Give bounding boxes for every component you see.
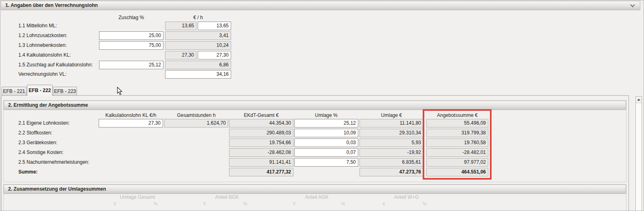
row-label: 2.2 Stoffkosten:: [18, 129, 52, 137]
angebotssumme-field: 319.799,38: [426, 129, 488, 137]
sub-label-eur: €: [290, 201, 298, 206]
sub-label-pct: %: [241, 201, 249, 206]
section3-title: 2. Zusammensetzung der Umlagesummen: [8, 186, 106, 192]
section1-title: 1. Angaben über den Verrechnungslohn: [5, 2, 98, 8]
col-header-ekdt: EKdT-Gesamt €: [229, 112, 293, 118]
angebotssumme-field: 19.760,58: [426, 138, 488, 147]
group-label-umlage-gesamt: Umlage Gesamt: [113, 195, 162, 200]
ekdt-field: -28.462,08: [229, 148, 293, 157]
mouse-cursor: [117, 87, 123, 95]
ekdt-field: 19.754,66: [229, 138, 293, 147]
col-header-kl: Kalkulationslohn KL €/h: [99, 112, 163, 118]
tab-efb-223[interactable]: EFB - 223: [53, 87, 77, 95]
zuschlag-kalkulationslohn-input[interactable]: 25,12: [99, 61, 163, 69]
row-label: 1.1 Mittellohn ML:: [18, 22, 57, 30]
tab-efb-222[interactable]: EFB - 222: [27, 85, 53, 96]
group-label-anteil-bgk: Anteil BGK: [203, 195, 251, 200]
row-label: 1.3 Lohnnebenkosten:: [18, 41, 67, 50]
row-label: 1.4 Kalkulationslohn KL:: [18, 51, 71, 59]
col-header-umlage-pct: Umlage %: [294, 112, 358, 118]
col-header-zuschlag: Zuschlag %: [99, 15, 163, 20]
umlage-eur-field: 5,93: [359, 138, 423, 147]
section1-header[interactable]: 1. Angaben über den Verrechnungslohn: [1, 1, 640, 10]
group-label-anteil-wg: Anteil W+G: [382, 195, 431, 200]
sub-label-pct: %: [339, 201, 347, 206]
umlage-eur-sum-field: 47.273,76: [359, 168, 423, 176]
tab-efb-221[interactable]: EFB - 221: [2, 87, 26, 95]
angebotssumme-field: 97.977,02: [426, 158, 488, 167]
angebotssumme-field: 55.496,09: [426, 119, 488, 127]
lohnnebenkosten-zuschlag-input[interactable]: 75,00: [99, 41, 163, 50]
mittellohn-input[interactable]: 13,65: [198, 22, 231, 30]
row-label: 2.4 Sonstige Kosten:: [18, 148, 64, 157]
row-label: 1.2 Lohnzusatzkosten:: [18, 31, 67, 40]
up-arrow-icon: [637, 99, 640, 101]
lohnzusatzkosten-eurh-field: 3,41: [165, 31, 231, 40]
umlage-pct-input[interactable]: 25,12: [294, 119, 358, 127]
ekdt-field: 91.141,41: [229, 158, 293, 167]
ekdt-field: 44.354,30: [229, 119, 293, 127]
col-header-eurh: € / h: [165, 15, 231, 20]
umlage-eur-field: -19,92: [359, 148, 423, 157]
umlage-pct-input[interactable]: 7,50: [294, 158, 358, 167]
sub-label-pct: %: [421, 201, 429, 206]
scroll-up-button[interactable]: [636, 97, 642, 103]
umlage-pct-input[interactable]: 0,03: [294, 138, 358, 147]
lohnzusatzkosten-zuschlag-input[interactable]: 25,00: [99, 31, 163, 40]
zuschlag-kalkulationslohn-eurh-field: 6,86: [165, 61, 231, 69]
row-label: Verrechnungslohn VL:: [18, 70, 66, 79]
row-label: 2.3 Gerätekosten:: [18, 138, 57, 147]
ekdt-sum-field: 417.277,32: [229, 168, 293, 176]
angebotssumme-field: -28.482,01: [426, 148, 488, 157]
stunden-field: 1.624,70: [164, 119, 228, 127]
kalkulationslohn-input[interactable]: 27,30: [198, 51, 231, 59]
mittellohn-readonly-field: 13,65: [165, 22, 196, 30]
group-label-anteil-agk: Anteil AGK: [292, 195, 341, 200]
section2-header: 2. Ermittlung der Angebotssumme: [4, 101, 626, 110]
umlage-eur-field: 6.835,61: [359, 158, 423, 167]
col-header-umlage-eur: Umlage €: [359, 112, 423, 118]
section2-title: 2. Ermittlung der Angebotssumme: [8, 102, 88, 108]
vertical-scrollbar[interactable]: [635, 96, 642, 211]
row-label: 2.5 Nachunternehmerleistungen:: [18, 158, 89, 167]
angebotssumme-sum-field: 464.551,06: [426, 168, 488, 176]
umlage-eur-field: 11.141,80: [359, 119, 423, 127]
sub-label-eur: €: [111, 201, 119, 206]
umlage-eur-field: 29.310,34: [359, 129, 423, 137]
kl-input[interactable]: 27,30: [99, 119, 163, 127]
col-header-stunden: Gesamtstunden h: [164, 112, 228, 118]
col-header-angebotssumme: Angebotssumme €: [426, 112, 488, 118]
ekdt-field: 290.489,03: [229, 129, 293, 137]
sub-label-pct: %: [152, 201, 160, 206]
sub-label-eur: €: [380, 201, 388, 206]
section3-header: 2. Zusammensetzung der Umlagesummen: [4, 185, 626, 194]
umlage-pct-input[interactable]: 0,07: [294, 148, 358, 157]
sub-label-eur: €: [201, 201, 209, 206]
row-label: 2.1 Eigene Lohnkosten:: [18, 119, 70, 127]
kalkulationslohn-readonly-field: 27,30: [165, 51, 196, 59]
lohnnebenkosten-eurh-field: 10,24: [165, 41, 231, 50]
verrechnungslohn-input[interactable]: 34,16: [165, 70, 231, 79]
row-label: 1.5 Zuschlag auf Kalkulationslohn:: [18, 61, 93, 69]
umlage-pct-input[interactable]: 10,09: [294, 129, 358, 137]
chevron-down-icon[interactable]: [630, 2, 635, 7]
summary-label: Summe:: [18, 168, 37, 176]
